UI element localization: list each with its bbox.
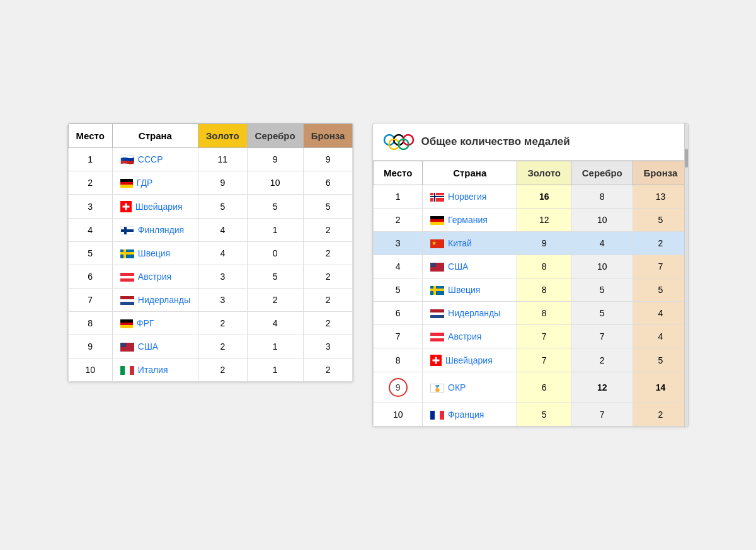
right-panel: Общее количество медалей Место Страна Зо… bbox=[372, 123, 689, 427]
gold-cell: 7 bbox=[517, 324, 571, 348]
bronze-cell: 4 bbox=[633, 301, 688, 324]
bronze-cell: 6 bbox=[303, 171, 353, 194]
silver-cell: 2 bbox=[247, 289, 303, 312]
bronze-cell: 2 bbox=[303, 265, 353, 289]
country-name: Норвегия bbox=[448, 192, 486, 202]
silver-cell: 7 bbox=[571, 324, 633, 348]
bronze-cell: 5 bbox=[633, 278, 688, 301]
rank-cell: 8 bbox=[374, 348, 423, 372]
left-header-bronze: Бронза bbox=[303, 123, 353, 147]
country-cell: Швейцария bbox=[423, 348, 517, 372]
silver-cell: 8 bbox=[571, 185, 633, 208]
bronze-cell: 2 bbox=[303, 312, 353, 335]
country-flag: 🇷🇺 bbox=[120, 154, 134, 165]
gold-cell: 5 bbox=[517, 403, 571, 427]
gold-cell: 6 bbox=[517, 372, 571, 403]
gold-cell: 2 bbox=[198, 335, 247, 358]
country-flag bbox=[430, 331, 444, 342]
bronze-cell: 9 bbox=[303, 147, 353, 171]
silver-cell: 5 bbox=[247, 265, 303, 289]
gold-cell: 5 bbox=[198, 194, 247, 218]
silver-cell: 5 bbox=[247, 194, 303, 218]
rank-cell: 9 bbox=[374, 372, 423, 403]
right-header-bronze: Бронза bbox=[633, 161, 688, 185]
country-cell: Германия bbox=[423, 208, 517, 231]
country-name: Швейцария bbox=[445, 355, 493, 365]
rank-cell: 7 bbox=[68, 289, 112, 312]
country-name: США bbox=[448, 261, 468, 272]
silver-cell: 10 bbox=[247, 171, 303, 194]
left-table-row: 4Финляндия412 bbox=[68, 219, 353, 242]
silver-cell: 10 bbox=[571, 255, 633, 278]
right-table-row: 3★Китай942 bbox=[374, 231, 688, 255]
rank-cell: 2 bbox=[68, 171, 112, 194]
right-table-row: 2Германия12105 bbox=[374, 208, 688, 231]
country-flag bbox=[120, 248, 134, 259]
country-flag bbox=[430, 409, 444, 420]
silver-cell: 9 bbox=[247, 147, 303, 171]
country-flag bbox=[120, 294, 134, 306]
left-table-row: 8ФРГ242 bbox=[68, 312, 353, 335]
right-table-row: 4США8107 bbox=[374, 255, 688, 278]
country-cell: ФРГ bbox=[112, 312, 198, 335]
rank-cell: 8 bbox=[68, 312, 112, 335]
country-cell: Италия bbox=[112, 358, 198, 382]
gold-cell: 8 bbox=[517, 301, 571, 324]
gold-cell: 11 bbox=[198, 147, 247, 171]
country-name: Швеция bbox=[448, 285, 480, 295]
left-table-row: 7Нидерланды322 bbox=[68, 289, 353, 312]
silver-cell: 12 bbox=[571, 372, 633, 403]
right-table-row: 10Франция572 bbox=[374, 403, 688, 427]
country-cell: Австрия bbox=[423, 324, 517, 348]
country-cell: ГДР bbox=[112, 171, 198, 194]
country-cell: Швеция bbox=[112, 242, 198, 265]
country-name: Швейцария bbox=[135, 202, 183, 212]
silver-cell: 1 bbox=[247, 219, 303, 242]
right-panel-title: Общее количество медалей bbox=[421, 135, 570, 148]
gold-cell: 8 bbox=[517, 278, 571, 301]
country-name: США bbox=[138, 341, 158, 352]
right-header-gold: Золото bbox=[517, 161, 571, 185]
gold-cell: 16 bbox=[517, 185, 571, 208]
rank-cell: 5 bbox=[374, 278, 423, 301]
country-cell: Австрия bbox=[112, 265, 198, 289]
silver-cell: 7 bbox=[571, 403, 633, 427]
left-table-row: 5Швеция402 bbox=[68, 242, 353, 265]
silver-cell: 2 bbox=[571, 348, 633, 372]
country-name: ОКР bbox=[448, 382, 466, 392]
right-header-country: Страна bbox=[423, 161, 517, 185]
country-name: Швеция bbox=[138, 248, 170, 258]
rank-cell: 9 bbox=[68, 335, 112, 358]
scroll-indicator[interactable] bbox=[684, 123, 688, 427]
gold-cell: 4 bbox=[198, 219, 247, 242]
country-flag bbox=[430, 307, 444, 319]
gold-cell: 2 bbox=[198, 358, 247, 382]
gold-cell: 9 bbox=[198, 171, 247, 194]
left-table-row: 10Италия212 bbox=[68, 358, 353, 382]
country-flag bbox=[120, 271, 134, 282]
country-cell: Финляндия bbox=[112, 219, 198, 242]
country-name: Нидерланды bbox=[138, 295, 190, 305]
rank-cell: 1 bbox=[68, 147, 112, 171]
right-table: Место Страна Золото Серебро Бронза 1Норв… bbox=[373, 161, 688, 427]
country-name: Китай bbox=[448, 238, 472, 248]
gold-cell: 3 bbox=[198, 289, 247, 312]
rank-cell: 5 bbox=[68, 242, 112, 265]
country-flag bbox=[120, 200, 132, 212]
country-flag bbox=[430, 284, 444, 295]
main-container: Место Страна Золото Серебро Бронза 1🇷🇺СС… bbox=[42, 98, 714, 452]
country-name: Италия bbox=[138, 365, 168, 375]
left-table-row: 2ГДР9106 bbox=[68, 171, 353, 194]
right-header-rank: Место bbox=[374, 161, 423, 185]
rank-cell: 7 bbox=[374, 324, 423, 348]
rank-cell: 6 bbox=[374, 301, 423, 324]
bronze-cell: 5 bbox=[303, 194, 353, 218]
rank-cell: 4 bbox=[374, 255, 423, 278]
bronze-cell: 14 bbox=[633, 372, 688, 403]
country-name: ГДР bbox=[137, 178, 152, 188]
left-table: Место Страна Золото Серебро Бронза 1🇷🇺СС… bbox=[68, 123, 353, 382]
country-flag bbox=[120, 318, 133, 329]
rank-cell: 4 bbox=[68, 219, 112, 242]
bronze-cell: 2 bbox=[303, 219, 353, 242]
right-table-row: 8Швейцария725 bbox=[374, 348, 688, 372]
